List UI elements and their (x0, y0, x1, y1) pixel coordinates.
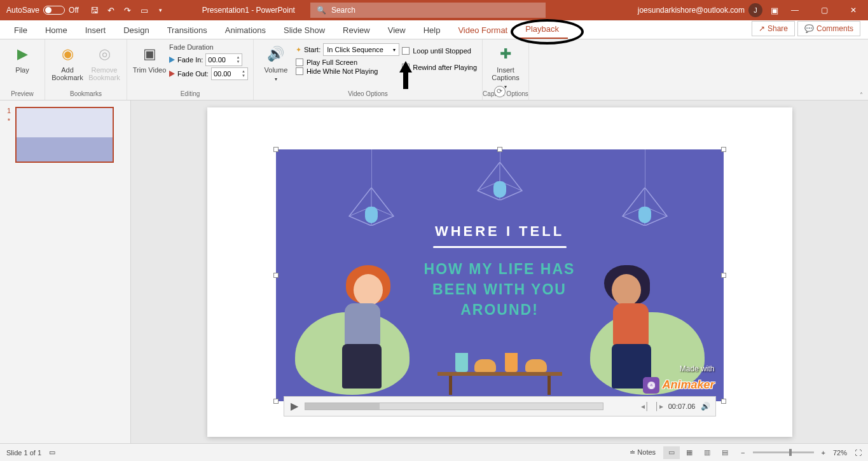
tab-video-format[interactable]: Video Format (449, 22, 516, 39)
tab-help[interactable]: Help (415, 22, 450, 39)
rotate-handle[interactable]: ⟳ (494, 86, 506, 97)
save-icon[interactable]: 🖫 (89, 4, 100, 16)
fit-to-window-button[interactable]: ⛶ (855, 449, 862, 457)
tab-insert[interactable]: Insert (76, 22, 115, 39)
search-box[interactable]: 🔍 Search (310, 3, 546, 18)
resize-handle[interactable] (273, 273, 279, 278)
fade-in-icon (169, 57, 175, 63)
slide-thumbnail-1[interactable]: 1 * (5, 107, 125, 163)
slide: ⟳ WHERE I TELL HOW MY LIFE HAS BEEN WITH… (207, 107, 792, 437)
ribbon-group-preview: ▶ Play Preview (0, 39, 45, 100)
tab-playback[interactable]: Playback (516, 20, 568, 39)
maximize-button[interactable]: ▢ (809, 0, 839, 20)
resize-handle[interactable] (273, 147, 279, 152)
title-bar: AutoSave Off 🖫 ↶ ↷ ▭ ▾ Presentation1 - P… (0, 0, 868, 20)
customize-qat-icon[interactable]: ▾ (155, 4, 167, 16)
minimize-button[interactable]: — (780, 0, 809, 20)
spinner-arrows-icon[interactable]: ▲▼ (242, 69, 245, 78)
group-label-video-options: Video Options (348, 90, 388, 99)
account-button[interactable]: joesundarkishore@outlook.com J (631, 3, 769, 17)
volume-button[interactable]: 🔊 Volume ▾ (259, 42, 293, 82)
video-player-bar: ▶ ◂│ │▸ 00:07.06 🔊 (284, 396, 716, 416)
play-button[interactable]: ▶ Play (5, 42, 39, 74)
thumbnail-number: 1 * (5, 107, 13, 163)
tab-view[interactable]: View (379, 22, 415, 39)
window-controls: — ▢ ✕ (780, 0, 868, 20)
comments-button[interactable]: 💬Comments (797, 21, 860, 36)
quick-access-toolbar: 🖫 ↶ ↷ ▭ ▾ (85, 4, 170, 16)
slide-canvas[interactable]: ⟳ WHERE I TELL HOW MY LIFE HAS BEEN WITH… (131, 100, 868, 443)
zoom-level[interactable]: 72% (833, 449, 847, 457)
resize-handle[interactable] (721, 399, 726, 404)
ribbon-display-options-icon[interactable]: ▣ (769, 4, 780, 16)
start-dropdown[interactable]: In Click Sequence▾ (323, 43, 399, 56)
video-options-col2: Loop until Stopped Rewind after Playing (402, 42, 477, 72)
undo-icon[interactable]: ↶ (106, 4, 117, 16)
step-forward-button[interactable]: │▸ (654, 402, 663, 411)
rewind-after-playing-checkbox[interactable]: Rewind after Playing (402, 64, 477, 71)
player-time: 00:07.06 (668, 403, 696, 410)
ribbon-group-editing: ▣ Trim Video Fade Duration Fade In: 00.0… (127, 39, 254, 100)
tab-slide-show[interactable]: Slide Show (275, 22, 334, 39)
insert-captions-button[interactable]: ✚ Insert Captions ▾ (488, 42, 523, 90)
redo-icon[interactable]: ↷ (122, 4, 134, 16)
slide-thumbnail-panel: 1 * (0, 100, 131, 443)
animation-indicator-icon: * (8, 117, 10, 125)
sorter-view-button[interactable]: ▦ (681, 446, 698, 459)
remove-bookmark-button: ◎ Remove Bookmark (87, 42, 121, 81)
start-from-beginning-icon[interactable]: ▭ (139, 4, 150, 16)
trim-video-button[interactable]: ▣ Trim Video (132, 42, 167, 74)
loop-until-stopped-checkbox[interactable]: Loop until Stopped (402, 47, 477, 55)
zoom-in-button[interactable]: + (822, 449, 825, 457)
resize-handle[interactable] (721, 147, 726, 152)
collapse-ribbon-icon[interactable]: ˄ (860, 92, 863, 99)
tab-review[interactable]: Review (334, 22, 379, 39)
fade-in-input[interactable]: 00.00▲▼ (205, 53, 242, 66)
fade-out-input[interactable]: 00.00▲▼ (211, 67, 248, 80)
remove-bookmark-icon: ◎ (95, 45, 114, 64)
user-email: joesundarkishore@outlook.com (638, 6, 745, 15)
autosave-toggle[interactable]: AutoSave Off (0, 6, 85, 15)
step-back-button[interactable]: ◂│ (641, 402, 650, 411)
player-progress[interactable] (305, 403, 603, 410)
group-label-captions: Caption Options (483, 90, 528, 99)
resize-handle[interactable] (721, 273, 726, 278)
close-button[interactable]: ✕ (839, 0, 868, 20)
tab-home[interactable]: Home (36, 22, 76, 39)
tab-file[interactable]: File (5, 22, 36, 39)
share-button[interactable]: ↗Share (752, 21, 795, 36)
player-play-button[interactable]: ▶ (289, 401, 300, 411)
fade-duration-header: Fade Duration (169, 43, 248, 51)
thumbnail-image (15, 107, 114, 163)
zoom-slider[interactable] (753, 451, 814, 453)
trim-video-icon: ▣ (140, 45, 159, 64)
spinner-arrows-icon[interactable]: ▲▼ (236, 55, 240, 64)
avatar: J (748, 3, 762, 17)
slideshow-view-button[interactable]: ▤ (717, 446, 733, 459)
workspace: 1 * ⟳ WHERE I TELL HOW MY LIFE HAS BEEN … (0, 100, 868, 443)
normal-view-button[interactable]: ▭ (663, 446, 680, 459)
start-row: ✦ Start: In Click Sequence▾ (296, 43, 399, 56)
checkbox-icon (402, 47, 410, 55)
resize-handle[interactable] (497, 147, 502, 152)
fade-in-row: Fade In: 00.00▲▼ (169, 53, 248, 66)
volume-icon: 🔊 (266, 45, 286, 64)
video-object[interactable]: WHERE I TELL HOW MY LIFE HAS BEEN WITH Y… (276, 149, 724, 401)
reading-view-button[interactable]: ▥ (699, 446, 715, 459)
player-mute-button[interactable]: 🔊 (701, 402, 710, 411)
watermark: Made with ☺Animaker (643, 364, 714, 394)
hide-not-playing-checkbox[interactable]: Hide While Not Playing (296, 67, 399, 75)
add-bookmark-button[interactable]: ◉ Add Bookmark (50, 42, 85, 81)
zoom-out-button[interactable]: − (741, 449, 745, 457)
chevron-down-icon: ▾ (275, 76, 277, 82)
status-bar: Slide 1 of 1 ▭ ≐ Notes ▭ ▦ ▥ ▤ − + 72% ⛶ (0, 443, 868, 461)
play-full-screen-checkbox[interactable]: Play Full Screen (296, 58, 399, 66)
group-label-bookmarks: Bookmarks (70, 90, 102, 99)
checkbox-icon (296, 58, 303, 66)
tab-animations[interactable]: Animations (216, 22, 275, 39)
tab-transitions[interactable]: Transitions (158, 22, 216, 39)
accessibility-icon[interactable]: ▭ (49, 448, 55, 457)
resize-handle[interactable] (273, 399, 279, 404)
tab-design[interactable]: Design (114, 22, 158, 39)
notes-button[interactable]: ≐ Notes (630, 448, 656, 457)
